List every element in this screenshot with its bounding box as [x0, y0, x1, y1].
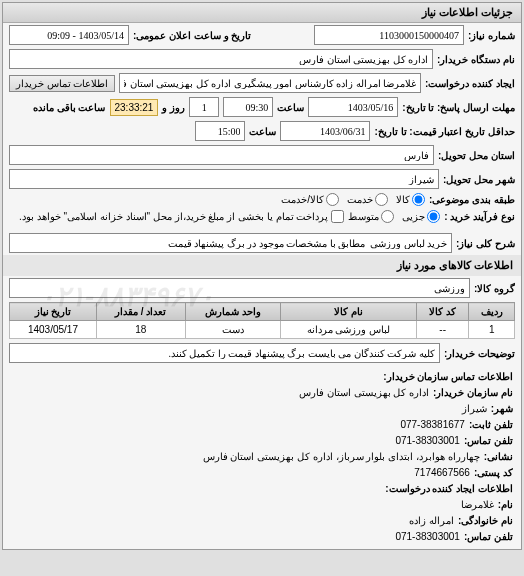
th-date: تاریخ نیاز: [10, 303, 97, 321]
city-label: شهر:: [491, 401, 513, 417]
lname-label: نام خانوادگی:: [458, 513, 513, 529]
cat-goods-service-text: کالا/خدمت: [281, 194, 324, 205]
countdown-timer: 23:33:21: [110, 99, 159, 116]
announce-input[interactable]: [9, 25, 129, 45]
deadline-label: مهلت ارسال پاسخ: تا تاریخ:: [402, 102, 515, 113]
req-phone-label: تلفن تماس:: [464, 529, 513, 545]
city-value: شیراز: [462, 401, 487, 417]
cat-goods-service-radio[interactable]: [326, 193, 339, 206]
row-buyer-notes: توضیحات خریدار:: [3, 341, 521, 365]
goods-group-input[interactable]: [9, 278, 470, 298]
announce-label: تاریخ و ساعت اعلان عمومی:: [133, 30, 251, 41]
timer-suffix: ساعت باقی مانده: [33, 102, 106, 113]
row-goods-group: گروه کالا:: [3, 276, 521, 300]
cat-service-text: خدمت: [347, 194, 373, 205]
goods-section-title: اطلاعات کالاهای مورد نیاز: [3, 255, 521, 276]
row-category: طبقه بندی موضوعی: کالا خدمت کالا/خدمت: [3, 191, 521, 208]
pt-note-text: پرداخت تمام یا بخشی از مبلغ خرید،از محل …: [19, 211, 328, 222]
pt-minor-text: جزیی: [402, 211, 425, 222]
contact-section: اطلاعات تماس سازمان خریدار: نام سازمان خ…: [3, 365, 521, 549]
category-label: طبقه بندی موضوعی:: [429, 194, 515, 205]
th-name: نام کالا: [280, 303, 416, 321]
subject-input[interactable]: [9, 233, 452, 253]
pt-note-checkbox-wrap[interactable]: پرداخت تمام یا بخشی از مبلغ خرید،از محل …: [19, 210, 344, 223]
details-panel: جزئیات اطلاعات نیاز شماره نیاز: تاریخ و …: [2, 2, 522, 550]
validity-time-input[interactable]: [195, 121, 245, 141]
cat-goods-text: کالا: [396, 194, 410, 205]
row-requester: ایجاد کننده درخواست: اطلاعات تماس خریدار: [3, 71, 521, 95]
cat-service-radio[interactable]: [375, 193, 388, 206]
row-validity: حداقل تاریخ اعتبار قیمت: تا تاریخ: ساعت: [3, 119, 521, 143]
deadline-time-input[interactable]: [223, 97, 273, 117]
goods-table: ردیف کد کالا نام کالا واحد شمارش تعداد /…: [9, 302, 515, 339]
request-no-label: شماره نیاز:: [468, 30, 515, 41]
address-label: نشانی:: [484, 449, 513, 465]
buyer-notes-input[interactable]: [9, 343, 440, 363]
pt-medium-text: متوسط: [348, 211, 379, 222]
org-value: اداره کل بهزیستی استان فارس: [299, 385, 429, 401]
purchase-type-label: نوع فرآیند خرید :: [444, 211, 515, 222]
th-unit: واحد شمارش: [185, 303, 280, 321]
cell-unit: دست: [185, 321, 280, 339]
delivery-province-input[interactable]: [9, 145, 434, 165]
org-label: نام سازمان خریدار:: [433, 385, 513, 401]
fname-label: نام:: [498, 497, 513, 513]
requester-label: ایجاد کننده درخواست:: [425, 78, 515, 89]
req-phone-value: 071-38303001: [395, 529, 460, 545]
validity-date-input[interactable]: [280, 121, 370, 141]
request-no-input[interactable]: [314, 25, 464, 45]
delivery-city-label: شهر محل تحویل:: [443, 174, 515, 185]
deadline-date-input[interactable]: [308, 97, 398, 117]
category-radio-group: کالا خدمت کالا/خدمت: [281, 193, 425, 206]
row-delivery-province: استان محل تحویل:: [3, 143, 521, 167]
buyer-contact-button[interactable]: اطلاعات تماس خریدار: [9, 75, 115, 92]
row-buyer-org: نام دستگاه خریدار:: [3, 47, 521, 71]
row-request-no: شماره نیاز: تاریخ و ساعت اعلان عمومی:: [3, 23, 521, 47]
row-purchase-type: نوع فرآیند خرید : جزیی متوسط پرداخت تمام…: [3, 208, 521, 225]
requester-header: اطلاعات ایجاد کننده درخواست:: [385, 481, 513, 497]
pt-medium-option[interactable]: متوسط: [348, 210, 394, 223]
subject-label: شرح کلی نیاز:: [456, 238, 515, 249]
th-row: ردیف: [469, 303, 515, 321]
postal-label: کد پستی:: [474, 465, 513, 481]
pt-note-checkbox[interactable]: [331, 210, 344, 223]
pt-minor-option[interactable]: جزیی: [402, 210, 440, 223]
days-remaining-input: [189, 97, 219, 117]
cell-code: --: [416, 321, 469, 339]
goods-table-wrap: ردیف کد کالا نام کالا واحد شمارش تعداد /…: [3, 300, 521, 341]
delivery-province-label: استان محل تحویل:: [438, 150, 515, 161]
cell-qty: 18: [96, 321, 185, 339]
row-delivery-city: شهر محل تحویل:: [3, 167, 521, 191]
fname-value: غلامرضا: [461, 497, 494, 513]
th-code: کد کالا: [416, 303, 469, 321]
table-row[interactable]: 1 -- لباس ورزشی مردانه دست 18 1403/05/17: [10, 321, 515, 339]
cell-name: لباس ورزشی مردانه: [280, 321, 416, 339]
time-label-2: ساعت: [249, 126, 276, 137]
contact-header: اطلاعات تماس سازمان خریدار:: [383, 369, 513, 385]
buyer-notes-label: توضیحات خریدار:: [444, 348, 515, 359]
cat-service-option[interactable]: خدمت: [347, 193, 388, 206]
day-word: روز و: [162, 102, 185, 113]
pt-medium-radio[interactable]: [381, 210, 394, 223]
panel-title: جزئیات اطلاعات نیاز: [3, 3, 521, 23]
row-deadline: مهلت ارسال پاسخ: تا تاریخ: ساعت روز و 23…: [3, 95, 521, 119]
goods-group-label: گروه کالا:: [474, 283, 515, 294]
phone-value: 077-38381677: [400, 417, 465, 433]
cat-goods-service-option[interactable]: کالا/خدمت: [281, 193, 339, 206]
delivery-city-input[interactable]: [9, 169, 439, 189]
buyer-org-input[interactable]: [9, 49, 433, 69]
buyer-org-label: نام دستگاه خریدار:: [437, 54, 515, 65]
cat-goods-radio[interactable]: [412, 193, 425, 206]
time-label-1: ساعت: [277, 102, 304, 113]
purchase-type-radio-group: جزیی متوسط: [348, 210, 440, 223]
postal-value: 7174667566: [414, 465, 470, 481]
fax-label: تلفن تماس:: [464, 433, 513, 449]
cell-idx: 1: [469, 321, 515, 339]
pt-minor-radio[interactable]: [427, 210, 440, 223]
phone-label: تلفن ثابت:: [469, 417, 513, 433]
requester-input[interactable]: [119, 73, 421, 93]
row-subject: شرح کلی نیاز:: [3, 231, 521, 255]
fax-value: 071-38303001: [395, 433, 460, 449]
cat-goods-option[interactable]: کالا: [396, 193, 425, 206]
validity-label: حداقل تاریخ اعتبار قیمت: تا تاریخ:: [374, 126, 515, 137]
